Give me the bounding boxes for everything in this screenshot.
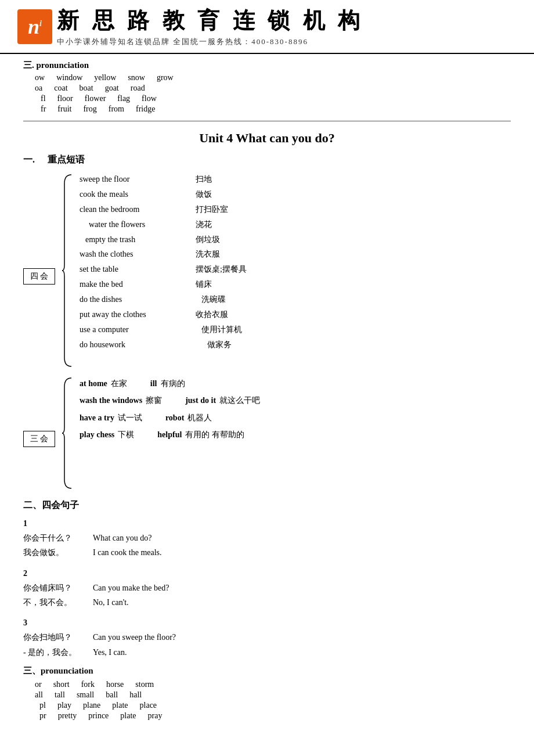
vocab-item: use a computer 使用计算机 <box>80 322 511 337</box>
logo-letter: ni <box>28 15 42 39</box>
pron-word: snow <box>128 73 145 82</box>
sentence-zh: 你会干什么？ <box>23 531 81 545</box>
pron-word: fruit <box>57 105 71 114</box>
vocab-en: do the dishes <box>80 292 196 307</box>
pron-word: tall <box>55 690 65 700</box>
sentence-row: 不，我不会。 No, I can't. <box>23 595 511 610</box>
four-know-bracket: 四 会 <box>23 268 55 285</box>
vocab-zh: 倒垃圾 <box>196 232 220 247</box>
sentence-row: 你会干什么？ What can you do? <box>23 531 511 545</box>
three-vocab-item: just do it 就这么干吧 <box>185 392 260 409</box>
three-vocab-item: helpful 有用的 有帮助的 <box>157 426 244 443</box>
bottom-pron-heading: 三、pronunciation <box>23 665 511 676</box>
sentence-num: 1 <box>23 519 27 528</box>
vocab-zh: 打扫卧室 <box>196 202 228 217</box>
pron-word: goat <box>105 84 119 93</box>
pron-label-oa: oa <box>35 84 42 93</box>
sentence-en: What can you do? <box>93 531 151 545</box>
sentence-en: Can you make the bed? <box>93 581 169 595</box>
pron-word: floor <box>57 94 73 103</box>
pron-word: prince <box>88 711 109 721</box>
vocab-zh: 洗碗碟 <box>196 292 226 307</box>
pron-word: grow <box>157 73 174 82</box>
bottom-pronunciation-section: 三、pronunciation or short fork horse stor… <box>23 665 511 721</box>
vocab-en: clean the bedroom <box>80 202 196 217</box>
sentence-en: Yes, I can. <box>93 645 127 660</box>
header-title: 新 思 路 教 育 连 锁 机 构 <box>57 6 363 35</box>
three-vocab-row: at home 在家 ill 有病的 <box>80 375 511 392</box>
three-vocab-zh: 擦窗 <box>146 392 162 409</box>
top-pron-heading: 三. pronunciation <box>23 60 511 71</box>
section-one-number: 一. <box>23 154 35 166</box>
unit-title: Unit 4 What can you do? <box>23 131 511 146</box>
vocab-item: put away the clothes 收拾衣服 <box>80 307 511 322</box>
three-vocab-item: play chess 下棋 <box>80 426 134 443</box>
three-vocab-zh: 机器人 <box>187 409 212 426</box>
vocab-en: make the bed <box>80 277 196 292</box>
vocab-item: sweep the floor 扫地 <box>80 172 511 187</box>
vocab-item: set the table 摆饭桌;摆餐具 <box>80 262 511 277</box>
three-vocab-row: play chess 下棋 helpful 有用的 有帮助的 <box>80 426 511 443</box>
logo-box: ni <box>17 9 52 44</box>
pron-word: from <box>109 105 124 114</box>
pron-word: ball <box>106 690 118 700</box>
pron-word: plate <box>120 711 136 721</box>
vocab-en: empty the trash <box>80 232 196 247</box>
vocab-en: put away the clothes <box>80 307 196 322</box>
pron-row-oa: oa coat boat goat road <box>23 84 511 93</box>
sentence-en: I can cook the meals. <box>93 545 162 560</box>
section-two-heading: 二、四会句子 <box>23 499 511 512</box>
section-one-heading-zh: 重点短语 <box>38 154 85 166</box>
three-vocab-row: have a try 试一试 robot 机器人 <box>80 409 511 426</box>
three-vocab-item: wash the windows 擦窗 <box>80 392 162 409</box>
three-vocab-zh: 下棋 <box>118 426 134 443</box>
vocab-zh: 扫地 <box>196 172 212 187</box>
three-vocab-item: have a try 试一试 <box>80 409 142 426</box>
vocab-zh: 摆饭桌;摆餐具 <box>196 262 247 277</box>
pron-row-ow: ow window yellow snow grow <box>23 73 511 82</box>
vocab-item: clean the bedroom 打扫卧室 <box>80 202 511 217</box>
sentence-row: - 是的，我会。 Yes, I can. <box>23 645 511 660</box>
sentence-en: Can you sweep the floor? <box>93 630 176 645</box>
pron-word: frog <box>83 105 96 114</box>
sentence-row: 我会做饭。 I can cook the meals. <box>23 545 511 560</box>
pron-word: hall <box>129 690 142 700</box>
pron-word: horse <box>106 680 124 689</box>
pron-word: flag <box>117 94 130 103</box>
sentence-num: 2 <box>23 569 27 578</box>
pron-label-pl: pl <box>35 701 46 710</box>
pron-word: pray <box>148 711 163 721</box>
sentence-zh: 你会铺床吗？ <box>23 581 81 595</box>
pron-label-ow: ow <box>35 73 45 82</box>
vocab-zh: 做饭 <box>196 187 212 202</box>
pron-word: flower <box>85 94 106 103</box>
pron-label-fr: fr <box>35 105 46 114</box>
three-vocab-item: at home 在家 <box>80 375 127 392</box>
vocab-zh: 铺床 <box>196 277 212 292</box>
pron-word: play <box>57 701 71 710</box>
three-vocab-zh: 试一试 <box>118 409 142 426</box>
vocab-item: empty the trash 倒垃圾 <box>80 232 511 247</box>
pron-word: plane <box>83 701 100 710</box>
vocab-en: sweep the floor <box>80 172 196 187</box>
header-text-block: 新 思 路 教 育 连 锁 机 构 中小学课外辅导知名连锁品牌 全国统一服务热线… <box>57 6 363 47</box>
sentence-zh: 你会扫地吗？ <box>23 630 81 645</box>
pron-word: flow <box>142 94 157 103</box>
sentence-row: 你会扫地吗？ Can you sweep the floor? <box>23 630 511 645</box>
three-vocab-en: at home <box>80 375 107 392</box>
pron-row-pl: pl play plane plate place <box>23 701 511 710</box>
vocab-zh: 做家务 <box>196 337 232 352</box>
sentence-item-1: 1 你会干什么？ What can you do? 我会做饭。 I can co… <box>23 516 511 560</box>
vocab-en: wash the clothes <box>80 247 196 262</box>
four-know-list: sweep the floor 扫地 cook the meals 做饭 cle… <box>80 172 511 352</box>
pron-word: small <box>77 690 94 700</box>
pron-row-fl: fl floor flower flag flow <box>23 94 511 103</box>
three-vocab-en: wash the windows <box>80 392 142 409</box>
pron-word: fork <box>81 680 95 689</box>
vocab-item: do the dishes 洗碗碟 <box>80 292 511 307</box>
sentence-num: 3 <box>23 618 27 627</box>
pron-word: boat <box>80 84 93 93</box>
three-vocab-en: have a try <box>80 409 114 426</box>
three-vocab-en: play chess <box>80 426 114 443</box>
top-pronunciation-section: 三. pronunciation ow window yellow snow g… <box>23 60 511 121</box>
